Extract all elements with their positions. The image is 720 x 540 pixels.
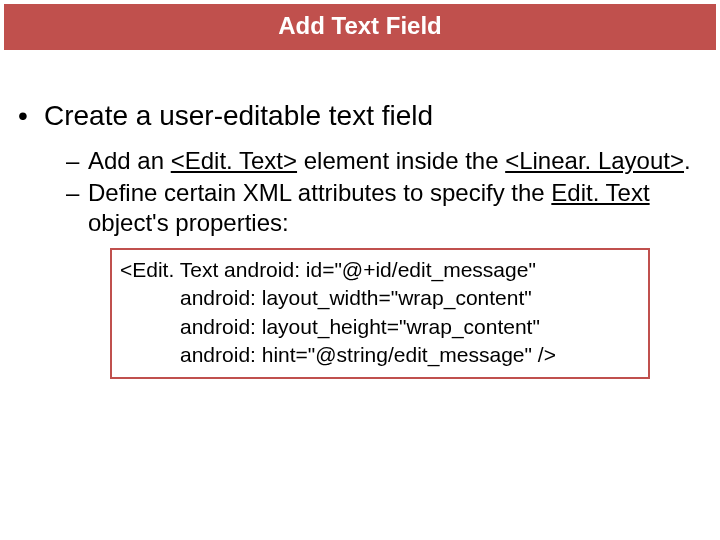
bullet-level2-text: Define certain XML attributes to specify… (88, 178, 702, 238)
slide-body: • Create a user-editable text field – Ad… (0, 50, 720, 379)
code-line: android: hint="@string/edit_message" /> (120, 341, 640, 369)
bullet-dash-icon: – (66, 178, 88, 238)
slide-title: Add Text Field (4, 4, 716, 50)
code-snippet-box: <Edit. Text android: id="@+id/edit_messa… (110, 248, 650, 379)
text-fragment: Add an (88, 147, 171, 174)
bullet-level1: • Create a user-editable text field (18, 100, 702, 132)
bullet-level2: – Define certain XML attributes to speci… (66, 178, 702, 238)
underlined-text: <Linear. Layout> (505, 147, 684, 174)
text-fragment: Define certain XML attributes to specify… (88, 179, 551, 206)
code-line: android: layout_height="wrap_content" (120, 313, 640, 341)
text-fragment: element inside the (297, 147, 505, 174)
bullet-level2: – Add an <Edit. Text> element inside the… (66, 146, 702, 176)
bullet-level1-text: Create a user-editable text field (44, 100, 433, 132)
code-line: android: layout_width="wrap_content" (120, 284, 640, 312)
underlined-text: Edit. Text (551, 179, 649, 206)
bullet-dot-icon: • (18, 100, 44, 132)
bullet-level2-text: Add an <Edit. Text> element inside the <… (88, 146, 702, 176)
text-fragment: . (684, 147, 691, 174)
underlined-text: <Edit. Text> (171, 147, 297, 174)
code-line: <Edit. Text android: id="@+id/edit_messa… (120, 258, 536, 281)
text-fragment: object's properties: (88, 209, 289, 236)
bullet-dash-icon: – (66, 146, 88, 176)
